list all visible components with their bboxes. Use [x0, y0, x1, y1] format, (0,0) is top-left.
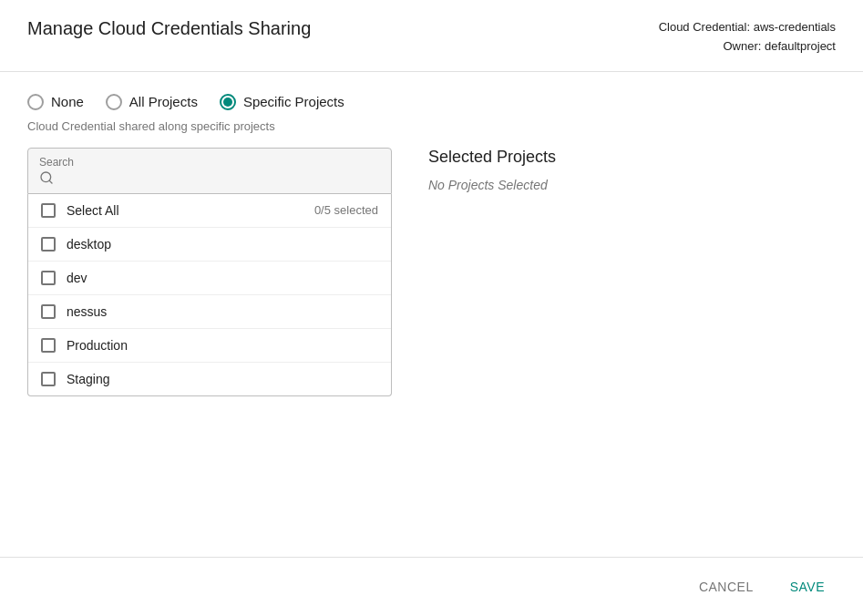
- search-row: [39, 170, 380, 188]
- dev-label: dev: [67, 271, 87, 285]
- staging-label: Staging: [67, 372, 109, 386]
- header: Manage Cloud Credentials Sharing Cloud C…: [0, 0, 863, 72]
- nessus-checkbox[interactable]: [41, 304, 56, 319]
- credential-info: Cloud Credential: aws-credentials: [659, 18, 836, 37]
- list-item[interactable]: Production: [28, 329, 391, 363]
- select-all-left: Select All: [41, 203, 119, 218]
- radio-none-circle: [27, 94, 44, 110]
- right-panel: Selected Projects No Projects Selected: [428, 148, 836, 192]
- header-info: Cloud Credential: aws-credentials Owner:…: [659, 18, 836, 56]
- subtitle-text: Cloud Credential shared along specific p…: [27, 119, 836, 133]
- select-all-row[interactable]: Select All 0/5 selected: [28, 194, 391, 228]
- radio-all-label: All Projects: [129, 94, 198, 109]
- footer: CANCEL SAVE: [0, 557, 863, 616]
- projects-list: Select All 0/5 selected desktop dev: [27, 194, 392, 396]
- production-checkbox[interactable]: [41, 338, 56, 353]
- dev-checkbox[interactable]: [41, 271, 56, 285]
- radio-all-circle: [106, 94, 122, 110]
- cancel-button[interactable]: CANCEL: [688, 572, 765, 601]
- radio-group: None All Projects Specific Projects: [27, 94, 836, 110]
- page-container: Manage Cloud Credentials Sharing Cloud C…: [0, 0, 863, 616]
- selected-projects-title: Selected Projects: [428, 148, 836, 167]
- radio-specific-projects[interactable]: Specific Projects: [220, 94, 344, 110]
- production-label: Production: [67, 338, 128, 353]
- radio-none[interactable]: None: [27, 94, 84, 110]
- list-item[interactable]: Staging: [28, 363, 391, 395]
- select-all-label: Select All: [67, 203, 119, 218]
- list-item[interactable]: dev: [28, 262, 391, 295]
- desktop-checkbox[interactable]: [41, 237, 56, 252]
- two-col-layout: Search: [27, 148, 836, 396]
- page-title: Manage Cloud Credentials Sharing: [27, 18, 311, 39]
- search-input[interactable]: [59, 171, 380, 186]
- nessus-label: nessus: [67, 304, 107, 319]
- svg-line-1: [49, 180, 52, 183]
- radio-specific-circle: [220, 94, 236, 110]
- search-label: Search: [39, 156, 380, 169]
- main-content: None All Projects Specific Projects Clou…: [0, 72, 863, 557]
- radio-none-label: None: [51, 94, 84, 109]
- search-box: Search: [27, 148, 392, 194]
- list-item[interactable]: desktop: [28, 228, 391, 262]
- list-item[interactable]: nessus: [28, 295, 391, 329]
- radio-all-projects[interactable]: All Projects: [106, 94, 198, 110]
- save-button[interactable]: SAVE: [779, 572, 836, 601]
- left-panel: Search: [27, 148, 392, 396]
- no-projects-text: No Projects Selected: [428, 178, 836, 192]
- staging-checkbox[interactable]: [41, 372, 56, 386]
- radio-specific-label: Specific Projects: [243, 94, 344, 109]
- selected-count: 0/5 selected: [314, 203, 378, 217]
- owner-info: Owner: defaultproject: [659, 37, 836, 56]
- select-all-checkbox[interactable]: [41, 203, 56, 218]
- search-icon: [39, 170, 54, 188]
- desktop-label: desktop: [67, 237, 111, 252]
